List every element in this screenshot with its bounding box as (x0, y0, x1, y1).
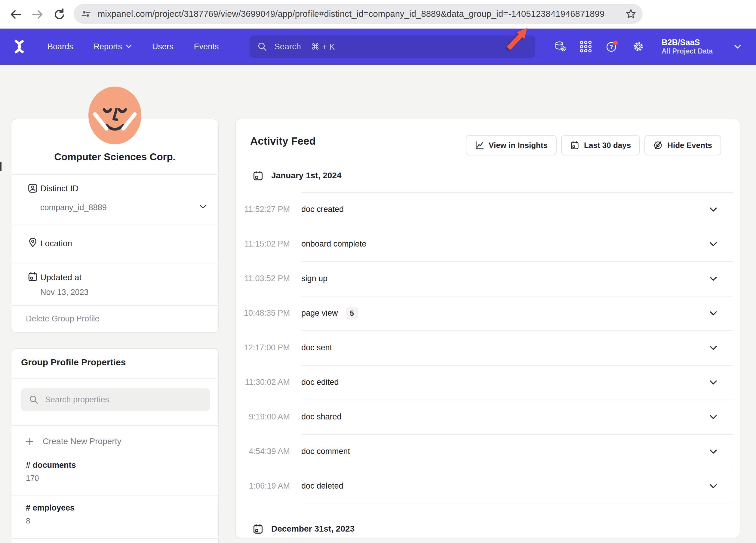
create-new-property-button[interactable]: Create New Property (11, 426, 218, 453)
property-name: # documents (26, 461, 218, 470)
event-name: doc shared (301, 412, 342, 422)
group-properties-card: Group Profile Properties Create New Prop… (11, 348, 219, 543)
view-in-insights-button[interactable]: View in Insights (466, 135, 557, 155)
delete-group-profile-button[interactable]: Delete Group Profile (26, 314, 100, 324)
event-time: 11:30:02 AM (236, 378, 290, 387)
event-expand-chevron-icon[interactable] (709, 311, 718, 316)
properties-scrollbar[interactable] (218, 428, 219, 503)
updated-at-value: Nov 13, 2023 (40, 288, 89, 297)
help-icon[interactable]: ? (605, 40, 619, 54)
event-row[interactable]: 11:15:02 PM onboard complete (236, 227, 740, 261)
nav-item-events[interactable]: Events (194, 42, 219, 51)
event-row[interactable]: 11:03:52 PM sign up (236, 261, 740, 296)
svg-text:?: ? (610, 44, 613, 50)
event-time: 12:17:00 PM (236, 343, 290, 352)
event-count-badge: 5 (346, 307, 358, 319)
divider (11, 305, 218, 306)
event-expand-chevron-icon[interactable] (709, 483, 718, 489)
event-expand-chevron-icon[interactable] (709, 380, 718, 385)
properties-list: Create New Property # documents 170 # em… (11, 426, 218, 539)
divider (11, 263, 218, 263)
address-bar[interactable]: mixpanel.com/project/3187769/view/369904… (74, 4, 643, 24)
distinct-id-chevron-down-icon[interactable] (199, 204, 207, 209)
event-list: 11:52:27 PM doc created 11:15:02 PM onbo… (236, 192, 740, 503)
workspace-name: B2B/SaaS (662, 38, 713, 47)
property-value: 8 (26, 516, 218, 526)
property-item[interactable]: # employees 8 (11, 496, 218, 539)
event-time: 10:48:35 PM (236, 308, 290, 318)
browser-back-icon[interactable] (9, 8, 22, 21)
nav-item-users[interactable]: Users (152, 42, 174, 51)
property-item[interactable]: # documents 170 (11, 453, 218, 496)
event-row[interactable]: 11:30:02 AM doc edited (236, 365, 740, 400)
url-text[interactable]: mixpanel.com/project/3187769/view/369904… (98, 9, 625, 19)
url-highlighted-id: -1405123841946871899 (508, 9, 604, 19)
eye-off-icon (653, 141, 662, 150)
event-expand-chevron-icon[interactable] (709, 414, 718, 420)
divider (11, 378, 218, 379)
top-navbar: Boards Reports Users Events Search ⌘ + K (0, 29, 756, 65)
workspace-switcher[interactable]: B2B/SaaS All Project Data (662, 38, 713, 56)
event-expand-chevron-icon[interactable] (709, 449, 718, 454)
apps-grid-icon[interactable] (580, 41, 592, 53)
updated-at-label: Updated at (40, 273, 81, 282)
nav-item-boards[interactable]: Boards (48, 42, 73, 51)
hide-events-button[interactable]: Hide Events (644, 135, 721, 155)
event-name: doc comment (301, 447, 350, 456)
event-time: 11:15:02 PM (236, 239, 290, 249)
event-expand-chevron-icon[interactable] (709, 345, 718, 351)
event-row[interactable]: 12:17:00 PM doc sent (236, 330, 740, 365)
location-label: Location (40, 239, 72, 248)
event-row[interactable]: 1:06:19 AM doc deleted (236, 469, 740, 503)
company-avatar (88, 87, 141, 144)
date-range-button[interactable]: Last 30 days (561, 135, 640, 155)
chevron-down-icon (126, 44, 132, 49)
event-name: doc edited (301, 378, 339, 387)
workspace-chevron-down-icon[interactable] (734, 44, 742, 49)
properties-search-input[interactable] (45, 395, 186, 404)
site-settings-icon[interactable] (81, 9, 91, 19)
distinct-id-label: Distinct ID (40, 184, 79, 193)
settings-gear-icon[interactable] (632, 40, 645, 53)
event-time: 4:54:39 AM (236, 447, 290, 456)
window-edge-mark (0, 162, 2, 171)
event-row[interactable]: 11:52:27 PM doc created (236, 192, 740, 227)
event-row[interactable]: 9:19:00 AM doc shared (236, 400, 740, 434)
event-row[interactable]: 10:48:35 PM page view 5 (236, 296, 740, 330)
browser-forward-icon[interactable] (31, 8, 44, 21)
event-expand-chevron-icon[interactable] (709, 276, 718, 281)
id-badge-icon (28, 183, 38, 193)
distinct-id-value: company_id_8889 (40, 203, 107, 212)
activity-actions: View in Insights Last 30 days Hide Event… (466, 135, 721, 155)
event-time: 9:19:00 AM (236, 412, 290, 422)
event-row[interactable]: 4:54:39 AM doc comment (236, 434, 740, 469)
event-name: doc created (301, 205, 344, 214)
properties-title: Group Profile Properties (21, 357, 126, 367)
primary-nav: Boards Reports Users Events (48, 42, 219, 51)
event-time: 11:52:27 PM (236, 205, 290, 214)
calendar-icon (253, 523, 263, 534)
group-profile-card: Computer Sciences Corp. Distinct ID comp… (11, 119, 219, 333)
property-name: # employees (26, 503, 218, 513)
mixpanel-logo-icon[interactable] (11, 38, 28, 55)
feed-date-header: January 1st, 2024 (236, 159, 740, 192)
calendar-icon (570, 141, 579, 150)
annotation-arrow (506, 26, 529, 51)
calendar-icon (28, 271, 38, 282)
navbar-right-cluster: ? B2B/SaaS All Project Data (554, 29, 742, 65)
browser-reload-icon[interactable] (53, 8, 66, 21)
event-expand-chevron-icon[interactable] (709, 241, 718, 247)
bookmark-star-icon[interactable] (625, 8, 637, 20)
activity-feed: January 1st, 2024 11:52:27 PM doc create… (236, 159, 740, 538)
browser-toolbar: mixpanel.com/project/3187769/view/369904… (0, 0, 756, 29)
property-value: 170 (26, 474, 218, 483)
properties-search-box[interactable] (21, 388, 210, 411)
plus-icon (26, 437, 34, 445)
divider (11, 225, 218, 225)
global-search-input[interactable]: Search ⌘ + K (250, 35, 535, 58)
search-shortcut: ⌘ + K (311, 42, 335, 52)
event-expand-chevron-icon[interactable] (709, 207, 718, 212)
nav-item-reports[interactable]: Reports (94, 42, 132, 51)
event-name: doc deleted (301, 481, 343, 491)
data-management-icon[interactable] (554, 40, 567, 53)
